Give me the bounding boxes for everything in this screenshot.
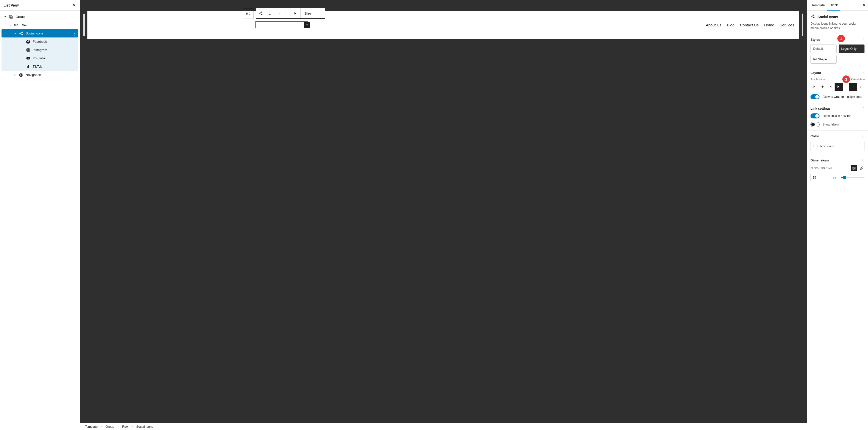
svg-point-19 [261,14,262,15]
layout-section: Layout ⌃ 2 3 Justification Orientation →… [807,67,868,103]
color-swatch [813,144,818,148]
svg-point-43 [855,168,855,169]
svg-rect-15 [246,13,247,14]
justify-right-button[interactable] [827,83,835,91]
layout-header[interactable]: Layout ⌃ [810,71,865,75]
justify-center-button[interactable] [818,83,827,91]
justify-left-button[interactable] [810,83,818,91]
tree-item-tiktok[interactable]: TikTok [1,62,78,71]
orientation-horizontal-button[interactable]: → [849,83,857,91]
list-view-title: List View [3,3,19,7]
svg-rect-1 [10,16,12,18]
spacing-value-field[interactable] [813,176,823,179]
tree-item-group[interactable]: ▾ Group [1,12,78,21]
add-block-button[interactable]: ＋ [304,22,310,28]
annotation-badge: 5 [807,141,807,148]
show-labels-toggle[interactable] [810,122,819,127]
breadcrumb-item[interactable]: Row [122,425,128,429]
justify-space-between-button[interactable] [835,83,843,91]
tree-item-row[interactable]: ▾ Row [1,21,78,29]
settings-icon[interactable] [851,165,857,171]
tree-item-facebook[interactable]: Facebook [1,37,78,46]
spacing-slider[interactable] [841,177,865,178]
svg-rect-0 [9,15,12,18]
link-settings-header[interactable]: Link settings ⌃ [810,107,865,110]
block-toolbar: ⠿ ‹ › Size ⋮ [256,8,325,19]
canvas-wrap: ⠿ ‹ › Size ⋮ About Us Blog Contact Us Ho… [80,0,807,423]
show-labels-label: Show labels [823,123,839,126]
color-header[interactable]: Color ⋮ [810,134,865,138]
svg-rect-22 [294,12,294,15]
nav-link[interactable]: Contact Us [740,23,758,27]
chevron-right-icon: › [118,425,119,428]
icon-color-button[interactable]: Icon color [810,141,865,151]
breadcrumb-item[interactable]: Group [105,425,114,429]
block-description: Social Icons Display icons linking to yo… [807,10,868,34]
svg-point-5 [20,33,20,34]
spacing-unit[interactable]: px [833,176,836,179]
link-icon[interactable] [859,165,865,171]
more-options-icon[interactable]: ⋮ [861,159,865,162]
chevron-up-icon: ⌃ [862,71,865,75]
svg-point-27 [813,17,814,18]
tab-template[interactable]: Template [809,0,827,10]
parent-block-button[interactable] [243,8,253,19]
tree-item-social-icons[interactable]: ▾ Social Icons ⋮ [1,29,78,37]
tree-item-youtube[interactable]: YouTube [1,54,78,62]
selected-social-icons-block[interactable]: ＋ [255,21,308,28]
close-icon[interactable]: ✕ [72,2,76,8]
open-new-tab-toggle[interactable] [810,113,819,118]
close-icon[interactable]: ✕ [862,2,866,8]
nav-link[interactable]: Services [780,23,794,27]
tree-label: TikTok [33,65,76,68]
style-default[interactable]: Default [810,45,837,53]
styles-section: 1 Styles ⌃ Default Logos Only Pill Shape [807,34,868,67]
svg-point-44 [853,169,854,170]
svg-line-8 [20,33,22,34]
more-options-icon[interactable]: ⋮ [72,31,76,36]
chevron-up-icon: ⌃ [862,107,865,110]
breadcrumb: Template › Group › Row › Social Icons [80,423,807,430]
annotation-badge: 1 [837,35,845,42]
scroll-indicator [802,13,803,36]
group-icon [8,14,13,19]
tree-label: Navigation [26,73,76,77]
breadcrumb-item[interactable]: Social Icons [136,425,153,429]
move-right-button[interactable]: › [281,8,290,18]
more-options-icon[interactable]: ⋮ [861,134,865,138]
size-dropdown[interactable]: Size [301,11,315,15]
share-icon [810,14,815,19]
youtube-icon [26,56,31,61]
block-type-button[interactable] [256,8,266,18]
orientation-vertical-button[interactable]: ↓ [857,83,865,91]
svg-rect-16 [249,13,250,14]
nav-link[interactable]: Blog [727,23,734,27]
block-spacing-input[interactable]: px [810,174,838,181]
list-view-header: List View ✕ [0,0,80,10]
tab-block[interactable]: Block [827,0,840,10]
more-options-button[interactable]: ⋮ [315,8,325,18]
breadcrumb-item[interactable]: Template [85,425,98,429]
style-pill-shape[interactable]: Pill Shape [810,55,837,64]
tree-label: YouTube [33,56,76,60]
nav-link[interactable]: Home [764,23,774,27]
dimensions-header[interactable]: Dimensions ⋮ [810,159,865,162]
share-icon [19,31,24,36]
nav-link[interactable]: About Us [706,23,721,27]
drag-handle-icon[interactable]: ⠿ [266,8,275,18]
svg-rect-33 [822,86,824,87]
style-logos-only[interactable]: Logos Only [839,45,865,53]
svg-rect-30 [813,86,813,88]
justify-button[interactable] [291,8,300,18]
svg-rect-38 [840,86,840,88]
tree-label: Social Icons [26,31,70,35]
svg-point-42 [853,167,854,168]
tree-label: Group [16,15,76,19]
wrap-toggle[interactable] [810,94,819,99]
annotation-badge: 3 [842,76,850,83]
chevron-up-icon: ⌃ [862,38,865,41]
block-tree: ▾ Group ▾ Row ▾ Social Icons ⋮ Facebook … [0,10,80,430]
tree-item-instagram[interactable]: Instagram [1,46,78,54]
tiktok-icon [26,64,31,69]
tree-item-navigation[interactable]: ▸ Navigation [1,71,78,79]
